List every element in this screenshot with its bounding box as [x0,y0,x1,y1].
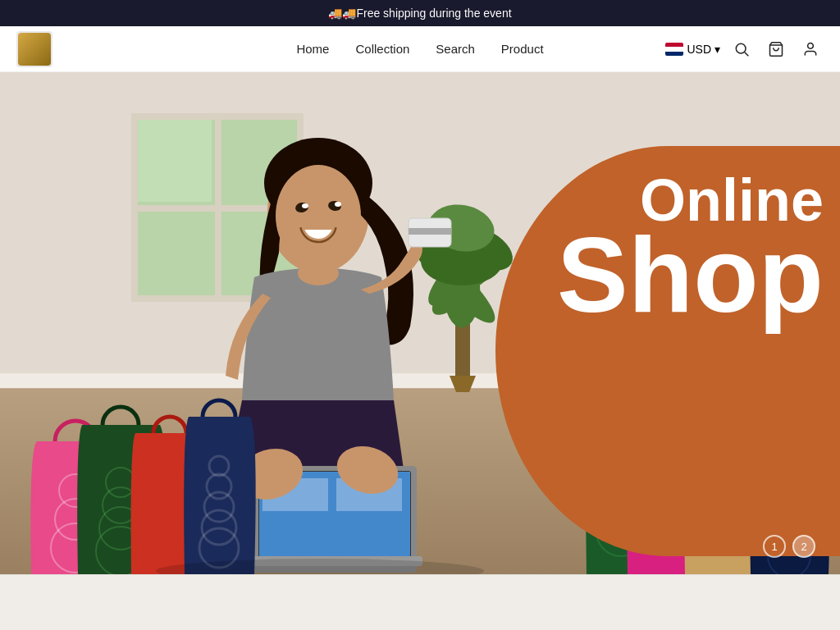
user-icon [802,41,819,57]
hero-section: Online Shop 1 2 [0,72,840,574]
logo-image [18,33,51,66]
announcement-bar: 🚚🚚Free shipping during the event [0,0,840,26]
bag-icon [768,41,784,57]
search-button[interactable] [728,36,755,62]
currency-selector[interactable]: USD ▾ [665,43,720,56]
announcement-text: 🚚🚚Free shipping during the event [328,7,511,20]
svg-point-3 [808,43,814,48]
logo[interactable] [16,31,52,67]
hero-headline-bottom: Shop [512,221,824,328]
hero-text: Online Shop [512,171,840,328]
svg-line-1 [745,52,749,56]
cart-button[interactable] [763,36,789,62]
search-icon [733,41,750,57]
svg-point-0 [736,43,746,53]
nav-links: Home Collection Search Product [296,42,543,56]
currency-chevron: ▾ [714,43,720,56]
slide-dot-1[interactable]: 1 [763,535,786,558]
slide-dot-2[interactable]: 2 [792,535,815,558]
nav-search[interactable]: Search [436,42,475,56]
navbar-left [16,31,52,67]
navbar-right: USD ▾ [665,36,824,62]
nav-product[interactable]: Product [501,42,544,56]
navbar: Home Collection Search Product USD ▾ [0,26,840,72]
slide-indicators: 1 2 [763,535,815,558]
currency-label: USD [687,43,711,56]
nav-home[interactable]: Home [296,42,329,56]
flag-icon [665,43,683,56]
account-button[interactable] [797,36,824,62]
bottom-section [0,574,840,630]
nav-collection[interactable]: Collection [355,42,409,56]
